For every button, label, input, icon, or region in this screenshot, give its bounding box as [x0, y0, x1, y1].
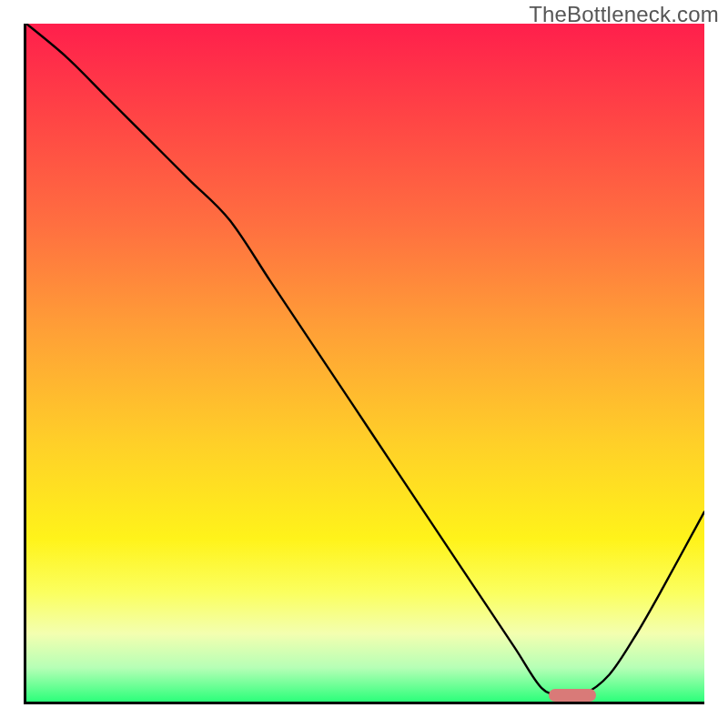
plot-area	[26, 24, 704, 702]
bottleneck-curve	[26, 24, 704, 702]
optimal-range-marker	[549, 689, 596, 702]
chart-stage: TheBottleneck.com	[0, 0, 728, 728]
